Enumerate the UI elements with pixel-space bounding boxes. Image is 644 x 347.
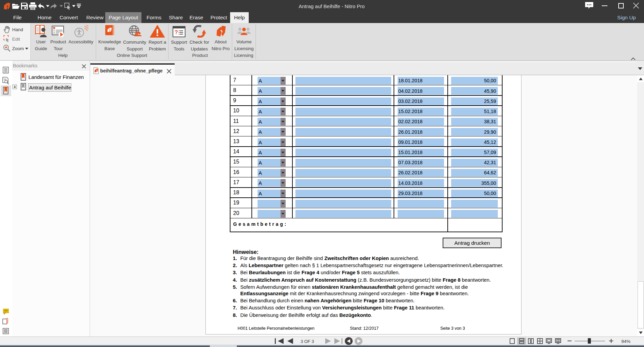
svg-text:?: ?	[175, 29, 178, 35]
